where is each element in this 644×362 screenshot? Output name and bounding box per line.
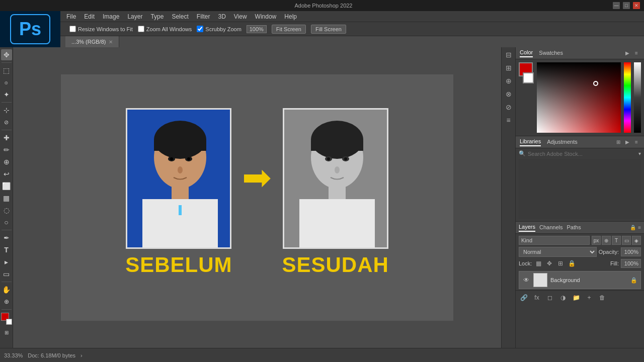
magic-wand-tool[interactable]: ✦ <box>1 89 12 100</box>
side-icon-1[interactable]: ⊟ <box>503 49 514 60</box>
menu-select[interactable]: Select <box>168 12 192 21</box>
canvas-area[interactable]: SEBELUM ➡ <box>13 47 501 348</box>
tab-adjustments[interactable]: Adjustments <box>547 139 578 146</box>
resize-windows-checkbox[interactable]: Resize Windows to Fit <box>69 26 133 32</box>
color-panel-header: Color Swatches ▶ ≡ <box>516 47 644 59</box>
lock-move[interactable]: ✥ <box>545 259 554 268</box>
menu-edit[interactable]: Edit <box>80 12 99 21</box>
maximize-button[interactable]: □ <box>623 2 630 9</box>
tab-swatches[interactable]: Swatches <box>539 50 563 57</box>
color-gradient-picker[interactable] <box>537 62 621 133</box>
layer-filter-text[interactable]: T <box>612 236 621 245</box>
layer-item-background[interactable]: 👁 Background 🔒 <box>519 271 641 289</box>
delete-layer-button[interactable]: 🗑 <box>597 293 607 303</box>
layers-kind-select[interactable]: Kind <box>519 236 590 245</box>
layers-panel-menu[interactable]: ≡ <box>638 225 641 230</box>
marquee-tool[interactable]: ⬚ <box>1 65 12 76</box>
menu-3d[interactable]: 3D <box>214 12 229 21</box>
before-photo-svg <box>127 110 231 249</box>
pen-tool[interactable]: ✒ <box>1 232 12 243</box>
healing-tool[interactable]: ✚ <box>1 132 12 143</box>
new-adjustment-button[interactable]: ◑ <box>558 293 568 303</box>
fit-screen-button[interactable]: Fit Screen <box>272 25 306 34</box>
lasso-tool[interactable]: ⌾ <box>1 77 12 88</box>
menu-image[interactable]: Image <box>99 12 123 21</box>
move-tool[interactable]: ✥ <box>1 49 12 60</box>
add-mask-button[interactable]: ◻ <box>545 293 555 303</box>
status-arrow[interactable]: › <box>80 352 83 358</box>
library-search-input[interactable] <box>528 151 636 157</box>
side-icon-3[interactable]: ⊕ <box>503 75 514 86</box>
library-dropdown[interactable]: ▾ <box>638 151 641 156</box>
lib-panel-arrow[interactable]: ▶ <box>624 139 631 146</box>
zoom-all-checkbox[interactable]: Zoom All Windows <box>138 26 192 32</box>
brightness-slider[interactable] <box>634 62 641 133</box>
document-tab[interactable]: ...3% (RGB/8) ✕ <box>65 36 119 47</box>
side-icon-4[interactable]: ⊗ <box>503 88 514 100</box>
fg-bg-color-indicator[interactable] <box>1 313 12 325</box>
tab-layers[interactable]: Layers <box>519 224 535 232</box>
color-panel-menu[interactable]: ≡ <box>633 50 640 57</box>
tab-paths[interactable]: Paths <box>567 224 581 231</box>
link-layers-button[interactable]: 🔗 <box>519 293 529 303</box>
side-icon-6[interactable]: ≡ <box>503 115 514 126</box>
text-tool[interactable]: T <box>1 244 12 255</box>
extra-modes[interactable]: ⊞ <box>1 327 12 338</box>
lock-artboard[interactable]: ⊞ <box>556 259 565 268</box>
fill-input[interactable] <box>621 259 641 268</box>
background-swatch[interactable] <box>523 72 534 83</box>
lib-grid-view[interactable]: ⊞ <box>615 139 622 146</box>
gradient-tool[interactable]: ▦ <box>1 193 12 204</box>
blur-tool[interactable]: ◌ <box>1 205 12 216</box>
new-group-button[interactable]: 📁 <box>571 293 581 303</box>
menu-filter[interactable]: Filter <box>193 12 214 21</box>
libraries-panel-header: Libraries Adjustments ⊞ ▶ ≡ <box>516 136 644 148</box>
shape-tool[interactable]: ▭ <box>1 268 12 280</box>
tab-libraries[interactable]: Libraries <box>520 138 541 146</box>
layer-visibility-toggle[interactable]: 👁 <box>522 276 530 284</box>
brush-tool[interactable]: ✏ <box>1 144 12 155</box>
menu-layer[interactable]: Layer <box>123 12 146 21</box>
clone-stamp-tool[interactable]: ⊕ <box>1 156 12 167</box>
zoom-tool[interactable]: ⊕ <box>1 296 12 307</box>
color-panel-arrow[interactable]: ▶ <box>624 50 631 57</box>
close-button[interactable]: ✕ <box>633 2 640 9</box>
opacity-input[interactable] <box>621 247 641 256</box>
fill-screen-button[interactable]: Fill Screen <box>311 25 346 34</box>
eyedropper-tool[interactable]: ⊘ <box>1 117 12 128</box>
layer-filter-adjust[interactable]: ⊕ <box>602 236 611 245</box>
menu-help[interactable]: Help <box>280 12 301 21</box>
menu-window[interactable]: Window <box>251 12 281 21</box>
blend-mode-select[interactable]: Normal <box>519 247 597 257</box>
close-tab-button[interactable]: ✕ <box>109 39 113 45</box>
eraser-tool[interactable]: ⬜ <box>1 180 12 192</box>
add-style-button[interactable]: fx <box>532 293 542 303</box>
history-brush-tool[interactable]: ↩ <box>1 168 12 179</box>
lock-all[interactable]: 🔒 <box>567 259 576 268</box>
scrubby-zoom-checkbox[interactable]: Scrubby Zoom <box>197 26 242 32</box>
menu-file[interactable]: File <box>62 12 80 21</box>
lib-panel-menu[interactable]: ≡ <box>633 139 640 146</box>
tab-channels[interactable]: Channels <box>539 224 562 231</box>
new-layer-button[interactable]: + <box>584 293 594 303</box>
layer-filter-shape[interactable]: ▭ <box>622 236 631 245</box>
layer-filter-pixel[interactable]: px <box>592 236 601 245</box>
hue-slider[interactable] <box>624 62 631 133</box>
side-icon-5[interactable]: ⊘ <box>503 102 514 113</box>
crop-tool[interactable]: ⊹ <box>1 105 12 116</box>
path-select-tool[interactable]: ▸ <box>1 256 12 267</box>
window-title: Adobe Photoshop 2022 <box>34 3 613 9</box>
tab-color[interactable]: Color <box>520 49 533 57</box>
layers-lock-icon[interactable]: 🔒 <box>630 225 636 230</box>
hand-tool[interactable]: ✋ <box>1 284 12 295</box>
background-color-swatch[interactable] <box>6 319 12 325</box>
after-photo-svg <box>284 110 388 249</box>
minimize-button[interactable]: — <box>613 2 620 9</box>
menu-view[interactable]: View <box>230 12 251 21</box>
side-icon-2[interactable]: ⊞ <box>503 62 514 73</box>
dodge-tool[interactable]: ○ <box>1 217 12 228</box>
menu-type[interactable]: Type <box>146 12 168 21</box>
lock-checkerboard[interactable]: ▦ <box>534 259 543 268</box>
zoom-input[interactable] <box>247 25 267 33</box>
layer-filter-smart[interactable]: ◈ <box>632 236 641 245</box>
